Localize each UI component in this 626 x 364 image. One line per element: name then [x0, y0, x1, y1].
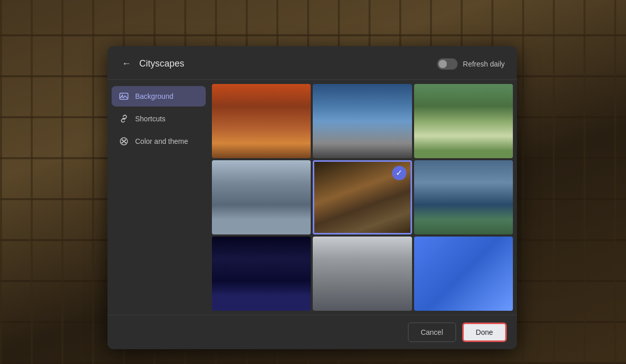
image-cell-mountains[interactable]	[313, 237, 412, 311]
sidebar: Background Shortcuts	[107, 80, 210, 315]
refresh-daily-label: Refresh daily	[463, 60, 505, 68]
link-icon	[119, 114, 129, 124]
sidebar-item-shortcuts[interactable]: Shortcuts	[112, 109, 206, 129]
image-overlay-castle	[414, 84, 513, 158]
image-cell-german-village[interactable]: ✓	[313, 160, 412, 234]
toggle-knob	[439, 60, 447, 68]
dialog-header: ← Cityscapes Refresh daily	[107, 46, 517, 80]
svg-rect-0	[120, 93, 128, 99]
svg-point-5	[122, 142, 123, 143]
image-cell-starry[interactable]	[212, 237, 311, 311]
image-cell-tallinn[interactable]	[414, 160, 513, 234]
dialog-footer: Cancel Done	[107, 315, 517, 349]
svg-point-7	[123, 140, 125, 142]
back-arrow-icon: ←	[122, 58, 131, 69]
customize-dialog: ← Cityscapes Refresh daily	[107, 46, 517, 349]
image-overlay-tallinn	[414, 160, 513, 234]
header-right: Refresh daily	[437, 58, 505, 70]
sidebar-shortcuts-label: Shortcuts	[135, 115, 165, 123]
image-overlay-colosseum	[212, 84, 311, 158]
image-overlay-starry	[212, 237, 311, 311]
image-cell-city-sunset[interactable]	[313, 84, 412, 158]
image-grid-container[interactable]: ✓	[210, 80, 517, 315]
svg-point-3	[122, 139, 123, 141]
back-button[interactable]: ←	[120, 56, 133, 71]
image-icon	[119, 91, 129, 101]
image-overlay-city-sunset	[313, 84, 412, 158]
refresh-daily-toggle[interactable]	[437, 58, 458, 70]
svg-point-1	[122, 95, 123, 96]
sidebar-item-color-theme[interactable]: Color and theme	[112, 131, 206, 152]
done-button[interactable]: Done	[462, 323, 507, 342]
svg-point-4	[125, 139, 126, 141]
sidebar-color-theme-label: Color and theme	[135, 137, 188, 145]
image-overlay-snowy-city	[212, 160, 311, 234]
image-overlay-blue	[414, 237, 513, 311]
image-grid: ✓	[212, 84, 513, 311]
header-left: ← Cityscapes	[120, 56, 184, 71]
dialog-title: Cityscapes	[139, 58, 184, 69]
image-cell-snowy-city[interactable]	[212, 160, 311, 234]
image-cell-colosseum[interactable]	[212, 84, 311, 158]
content-area: ✓	[210, 80, 517, 315]
svg-point-6	[125, 142, 126, 143]
dialog-body: Background Shortcuts	[107, 80, 517, 315]
image-cell-blue[interactable]	[414, 237, 513, 311]
image-overlay-mountains	[313, 237, 412, 311]
palette-icon	[119, 136, 129, 146]
cancel-button[interactable]: Cancel	[408, 323, 456, 342]
image-cell-castle[interactable]	[414, 84, 513, 158]
sidebar-item-background[interactable]: Background	[112, 86, 206, 106]
sidebar-background-label: Background	[135, 92, 174, 100]
selected-checkmark: ✓	[392, 166, 406, 180]
